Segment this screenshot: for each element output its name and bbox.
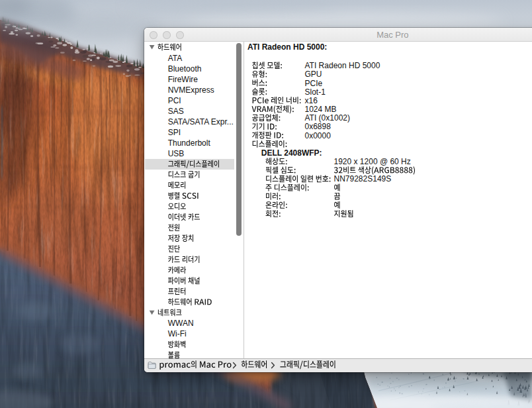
svg-text:PCIe: PCIe (305, 79, 323, 88)
svg-text:ATI Radeon HD 5000: ATI Radeon HD 5000 (305, 61, 380, 70)
svg-text:Wi-Fi: Wi-Fi (168, 329, 187, 338)
svg-text:Slot-1: Slot-1 (305, 87, 326, 97)
svg-text:1024 MB: 1024 MB (305, 105, 337, 114)
svg-text:FireWire: FireWire (168, 75, 199, 84)
svg-text:Thunderbolt: Thunderbolt (168, 138, 211, 148)
svg-text:Mac Pro: Mac Pro (377, 30, 408, 40)
svg-text:1920 x 1200 @ 60 Hz: 1920 x 1200 @ 60 Hz (334, 157, 411, 166)
svg-text:DELL 2408WFP:: DELL 2408WFP: (261, 148, 322, 158)
svg-text:0x6898: 0x6898 (305, 122, 332, 131)
svg-text:0x0000: 0x0000 (305, 131, 332, 140)
svg-text:GPU: GPU (305, 70, 322, 79)
svg-text:SPI: SPI (168, 128, 181, 137)
svg-text:ATI Radeon HD 5000:: ATI Radeon HD 5000: (247, 42, 327, 52)
svg-text:ATA: ATA (168, 54, 183, 63)
svg-text:NN79282S149S: NN79282S149S (334, 174, 392, 183)
svg-text:USB: USB (168, 149, 185, 158)
svg-text:SAS: SAS (168, 107, 184, 116)
svg-text:SATA/SATA Expr...: SATA/SATA Expr... (168, 117, 234, 127)
svg-text:NVMExpress: NVMExpress (168, 85, 214, 95)
svg-text:PCI: PCI (168, 96, 181, 105)
svg-text:x16: x16 (305, 96, 318, 105)
svg-text:ATI (0x1002): ATI (0x1002) (305, 113, 350, 123)
svg-text:WWAN: WWAN (168, 319, 194, 328)
svg-text:Bluetooth: Bluetooth (168, 64, 202, 74)
